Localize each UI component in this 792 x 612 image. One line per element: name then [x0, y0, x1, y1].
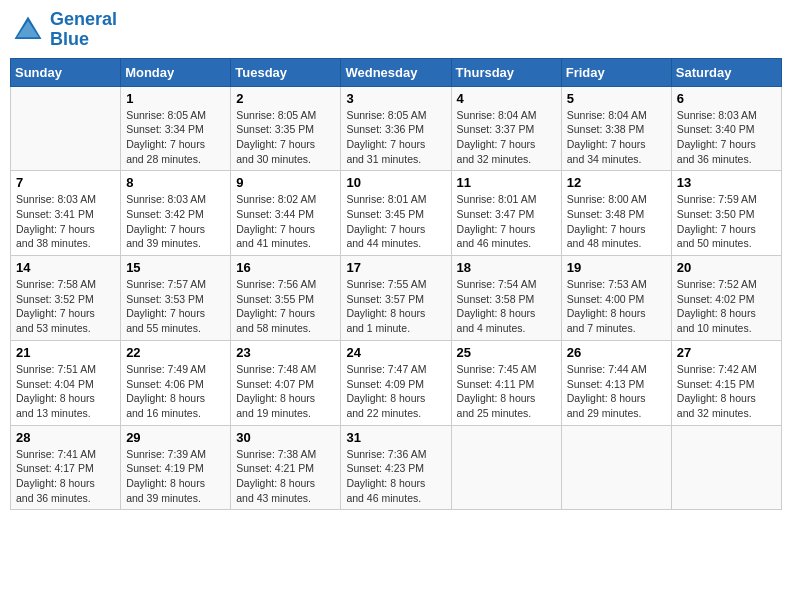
- calendar-cell: [451, 425, 561, 510]
- calendar-cell: 4Sunrise: 8:04 AMSunset: 3:37 PMDaylight…: [451, 86, 561, 171]
- day-number: 31: [346, 430, 445, 445]
- week-row-2: 7Sunrise: 8:03 AMSunset: 3:41 PMDaylight…: [11, 171, 782, 256]
- header-row: SundayMondayTuesdayWednesdayThursdayFrid…: [11, 58, 782, 86]
- day-number: 19: [567, 260, 666, 275]
- calendar-cell: 16Sunrise: 7:56 AMSunset: 3:55 PMDayligh…: [231, 256, 341, 341]
- calendar-cell: 6Sunrise: 8:03 AMSunset: 3:40 PMDaylight…: [671, 86, 781, 171]
- week-row-1: 1Sunrise: 8:05 AMSunset: 3:34 PMDaylight…: [11, 86, 782, 171]
- header-sunday: Sunday: [11, 58, 121, 86]
- calendar-cell: 19Sunrise: 7:53 AMSunset: 4:00 PMDayligh…: [561, 256, 671, 341]
- calendar-cell: [561, 425, 671, 510]
- cell-content: Sunrise: 7:54 AMSunset: 3:58 PMDaylight:…: [457, 277, 556, 336]
- cell-content: Sunrise: 8:03 AMSunset: 3:41 PMDaylight:…: [16, 192, 115, 251]
- calendar-cell: 5Sunrise: 8:04 AMSunset: 3:38 PMDaylight…: [561, 86, 671, 171]
- calendar-cell: [11, 86, 121, 171]
- calendar-cell: [671, 425, 781, 510]
- cell-content: Sunrise: 8:02 AMSunset: 3:44 PMDaylight:…: [236, 192, 335, 251]
- calendar-cell: 23Sunrise: 7:48 AMSunset: 4:07 PMDayligh…: [231, 340, 341, 425]
- day-number: 3: [346, 91, 445, 106]
- calendar-table: SundayMondayTuesdayWednesdayThursdayFrid…: [10, 58, 782, 511]
- day-number: 9: [236, 175, 335, 190]
- day-number: 26: [567, 345, 666, 360]
- cell-content: Sunrise: 7:52 AMSunset: 4:02 PMDaylight:…: [677, 277, 776, 336]
- logo-text: General Blue: [50, 10, 117, 50]
- calendar-cell: 10Sunrise: 8:01 AMSunset: 3:45 PMDayligh…: [341, 171, 451, 256]
- day-number: 8: [126, 175, 225, 190]
- cell-content: Sunrise: 7:56 AMSunset: 3:55 PMDaylight:…: [236, 277, 335, 336]
- cell-content: Sunrise: 7:51 AMSunset: 4:04 PMDaylight:…: [16, 362, 115, 421]
- day-number: 21: [16, 345, 115, 360]
- header-friday: Friday: [561, 58, 671, 86]
- day-number: 30: [236, 430, 335, 445]
- day-number: 10: [346, 175, 445, 190]
- week-row-4: 21Sunrise: 7:51 AMSunset: 4:04 PMDayligh…: [11, 340, 782, 425]
- day-number: 6: [677, 91, 776, 106]
- day-number: 18: [457, 260, 556, 275]
- cell-content: Sunrise: 7:38 AMSunset: 4:21 PMDaylight:…: [236, 447, 335, 506]
- day-number: 14: [16, 260, 115, 275]
- cell-content: Sunrise: 8:05 AMSunset: 3:34 PMDaylight:…: [126, 108, 225, 167]
- cell-content: Sunrise: 7:36 AMSunset: 4:23 PMDaylight:…: [346, 447, 445, 506]
- day-number: 23: [236, 345, 335, 360]
- cell-content: Sunrise: 7:41 AMSunset: 4:17 PMDaylight:…: [16, 447, 115, 506]
- calendar-cell: 22Sunrise: 7:49 AMSunset: 4:06 PMDayligh…: [121, 340, 231, 425]
- logo: General Blue: [10, 10, 117, 50]
- cell-content: Sunrise: 8:03 AMSunset: 3:40 PMDaylight:…: [677, 108, 776, 167]
- cell-content: Sunrise: 7:58 AMSunset: 3:52 PMDaylight:…: [16, 277, 115, 336]
- cell-content: Sunrise: 8:05 AMSunset: 3:36 PMDaylight:…: [346, 108, 445, 167]
- cell-content: Sunrise: 7:45 AMSunset: 4:11 PMDaylight:…: [457, 362, 556, 421]
- calendar-cell: 2Sunrise: 8:05 AMSunset: 3:35 PMDaylight…: [231, 86, 341, 171]
- day-number: 2: [236, 91, 335, 106]
- cell-content: Sunrise: 8:03 AMSunset: 3:42 PMDaylight:…: [126, 192, 225, 251]
- calendar-cell: 9Sunrise: 8:02 AMSunset: 3:44 PMDaylight…: [231, 171, 341, 256]
- calendar-cell: 1Sunrise: 8:05 AMSunset: 3:34 PMDaylight…: [121, 86, 231, 171]
- day-number: 13: [677, 175, 776, 190]
- cell-content: Sunrise: 7:59 AMSunset: 3:50 PMDaylight:…: [677, 192, 776, 251]
- cell-content: Sunrise: 7:44 AMSunset: 4:13 PMDaylight:…: [567, 362, 666, 421]
- logo-icon: [10, 12, 46, 48]
- cell-content: Sunrise: 7:48 AMSunset: 4:07 PMDaylight:…: [236, 362, 335, 421]
- day-number: 17: [346, 260, 445, 275]
- calendar-cell: 12Sunrise: 8:00 AMSunset: 3:48 PMDayligh…: [561, 171, 671, 256]
- cell-content: Sunrise: 7:55 AMSunset: 3:57 PMDaylight:…: [346, 277, 445, 336]
- day-number: 12: [567, 175, 666, 190]
- day-number: 4: [457, 91, 556, 106]
- cell-content: Sunrise: 8:04 AMSunset: 3:37 PMDaylight:…: [457, 108, 556, 167]
- day-number: 1: [126, 91, 225, 106]
- calendar-cell: 14Sunrise: 7:58 AMSunset: 3:52 PMDayligh…: [11, 256, 121, 341]
- calendar-cell: 30Sunrise: 7:38 AMSunset: 4:21 PMDayligh…: [231, 425, 341, 510]
- day-number: 20: [677, 260, 776, 275]
- calendar-cell: 7Sunrise: 8:03 AMSunset: 3:41 PMDaylight…: [11, 171, 121, 256]
- calendar-cell: 29Sunrise: 7:39 AMSunset: 4:19 PMDayligh…: [121, 425, 231, 510]
- day-number: 22: [126, 345, 225, 360]
- cell-content: Sunrise: 7:57 AMSunset: 3:53 PMDaylight:…: [126, 277, 225, 336]
- cell-content: Sunrise: 8:01 AMSunset: 3:45 PMDaylight:…: [346, 192, 445, 251]
- week-row-3: 14Sunrise: 7:58 AMSunset: 3:52 PMDayligh…: [11, 256, 782, 341]
- day-number: 27: [677, 345, 776, 360]
- calendar-cell: 18Sunrise: 7:54 AMSunset: 3:58 PMDayligh…: [451, 256, 561, 341]
- day-number: 5: [567, 91, 666, 106]
- day-number: 25: [457, 345, 556, 360]
- cell-content: Sunrise: 7:53 AMSunset: 4:00 PMDaylight:…: [567, 277, 666, 336]
- cell-content: Sunrise: 7:47 AMSunset: 4:09 PMDaylight:…: [346, 362, 445, 421]
- day-number: 15: [126, 260, 225, 275]
- calendar-cell: 24Sunrise: 7:47 AMSunset: 4:09 PMDayligh…: [341, 340, 451, 425]
- header-saturday: Saturday: [671, 58, 781, 86]
- calendar-cell: 20Sunrise: 7:52 AMSunset: 4:02 PMDayligh…: [671, 256, 781, 341]
- cell-content: Sunrise: 7:42 AMSunset: 4:15 PMDaylight:…: [677, 362, 776, 421]
- header-thursday: Thursday: [451, 58, 561, 86]
- calendar-cell: 28Sunrise: 7:41 AMSunset: 4:17 PMDayligh…: [11, 425, 121, 510]
- day-number: 16: [236, 260, 335, 275]
- day-number: 24: [346, 345, 445, 360]
- cell-content: Sunrise: 8:05 AMSunset: 3:35 PMDaylight:…: [236, 108, 335, 167]
- calendar-cell: 13Sunrise: 7:59 AMSunset: 3:50 PMDayligh…: [671, 171, 781, 256]
- cell-content: Sunrise: 8:00 AMSunset: 3:48 PMDaylight:…: [567, 192, 666, 251]
- calendar-cell: 25Sunrise: 7:45 AMSunset: 4:11 PMDayligh…: [451, 340, 561, 425]
- calendar-cell: 31Sunrise: 7:36 AMSunset: 4:23 PMDayligh…: [341, 425, 451, 510]
- day-number: 7: [16, 175, 115, 190]
- cell-content: Sunrise: 8:01 AMSunset: 3:47 PMDaylight:…: [457, 192, 556, 251]
- header-monday: Monday: [121, 58, 231, 86]
- calendar-cell: 17Sunrise: 7:55 AMSunset: 3:57 PMDayligh…: [341, 256, 451, 341]
- calendar-cell: 8Sunrise: 8:03 AMSunset: 3:42 PMDaylight…: [121, 171, 231, 256]
- calendar-cell: 11Sunrise: 8:01 AMSunset: 3:47 PMDayligh…: [451, 171, 561, 256]
